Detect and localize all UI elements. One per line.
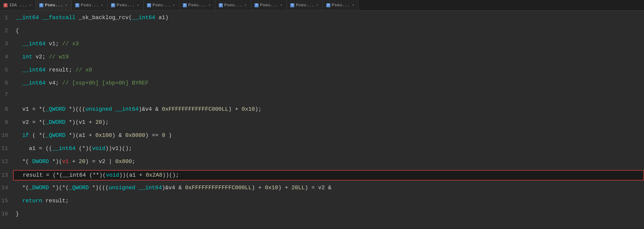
tab-label-9: Pseu... [332,3,350,8]
tab-icon-6: P [219,3,223,7]
line-content-14[interactable]: *(_DWORD *)(*(_QWORD *)(((unsigned __int… [13,183,644,193]
line-content-16[interactable]: } [13,209,644,219]
tab-1[interactable]: PPseu...× [36,0,71,10]
tab-label-0: IDA ... [9,3,27,8]
line-number-9: 9 [0,119,13,126]
tab-close-6[interactable]: × [244,4,247,7]
line-content-11[interactable]: a1 = ((__int64 (*)(void))v1)(); [13,144,644,153]
tab-7[interactable]: PPseu...× [251,0,287,10]
line-content-8[interactable]: v1 = *(_QWORD *)(((unsigned __int64)&v4 … [13,105,644,114]
code-line-8: 8 v1 = *(_QWORD *)(((unsigned __int64)&v… [0,105,644,118]
line-number-16: 16 [0,211,13,217]
line-content-13[interactable]: result = (*(__int64 (**)(void))(a1 + 0x2… [13,170,644,180]
line-number-5: 5 [0,67,13,73]
tab-label-7: Pseu... [260,3,278,8]
line-number-6: 6 [0,80,13,86]
code-line-6: 6 __int64 v4; // [xsp+0h] [xbp+0h] BYREF [0,79,644,92]
code-line-11: 11 a1 = ((__int64 (*)(void))v1)(); [0,144,644,157]
tab-close-8[interactable]: × [315,4,319,7]
code-line-7: 7 [0,92,644,105]
tab-6[interactable]: PPseu...× [215,0,251,10]
line-content-9[interactable]: v2 = *(_DWORD *)(v1 + 20); [13,118,644,127]
tab-icon-2: P [75,3,79,7]
tab-close-9[interactable]: × [351,4,355,7]
code-line-5: 5 __int64 result; // x0 [0,65,644,79]
tab-icon-5: P [183,3,187,7]
tab-icon-4: P [147,3,151,7]
tab-label-4: Pseu... [153,3,170,8]
line-content-1[interactable]: __int64 __fastcall _sk_backlog_rcv(__int… [13,13,644,22]
code-line-1: 1__int64 __fastcall _sk_backlog_rcv(__in… [0,13,644,26]
line-content-7[interactable] [13,95,644,96]
code-line-12: 12 *( DWORD *)(v1 + 20) = v2 | 0x800; [0,157,644,170]
tab-icon-9: P [326,3,330,7]
line-content-15[interactable]: return result; [13,196,644,206]
tab-icon-8: P [290,3,294,7]
line-number-4: 4 [0,54,13,60]
line-number-1: 1 [0,15,13,21]
tab-label-5: Pseu... [188,3,206,8]
line-content-4[interactable]: int v2; // w19 [13,52,644,62]
tab-3[interactable]: PPseu...× [108,0,143,10]
tab-icon-3: P [111,3,115,7]
code-line-2: 2{ [0,26,644,39]
tab-label-8: Pseu... [296,3,314,8]
tab-close-0[interactable]: × [28,4,32,7]
code-line-15: 15 return result; [0,196,644,209]
tab-close-4[interactable]: × [172,4,175,7]
tab-label-6: Pseu... [224,3,242,8]
tab-close-3[interactable]: × [136,4,140,7]
line-number-10: 10 [0,132,13,139]
tab-2[interactable]: PPseu...× [72,0,108,10]
line-content-12[interactable]: *( DWORD *)(v1 + 20) = v2 | 0x800; [13,157,644,166]
tab-icon-0: I [4,3,8,7]
tab-close-7[interactable]: × [279,4,283,7]
line-number-14: 14 [0,185,13,191]
tab-icon-7: P [255,3,259,7]
tab-icon-1: P [39,3,43,7]
tab-label-3: Pseu... [117,3,134,8]
tab-label-2: Pseu... [81,3,99,8]
code-line-13: 13 result = (*(__int64 (**)(void))(a1 + … [0,170,644,183]
tab-8[interactable]: PPseu...× [287,0,323,10]
tab-bar: IIDA ...×PPseu...×PPseu...×PPseu...×PPse… [0,0,644,11]
code-line-4: 4 int v2; // w19 [0,52,644,65]
line-content-10[interactable]: if ( *(_QWORD *)(a1 + 0x100) & 0x8000) =… [13,131,644,140]
tab-5[interactable]: PPseu...× [179,0,215,10]
line-number-2: 2 [0,28,13,34]
line-content-5[interactable]: __int64 result; // x0 [13,65,644,75]
tab-close-1[interactable]: × [64,4,68,7]
code-line-9: 9 v2 = *(_DWORD *)(v1 + 20); [0,118,644,131]
code-line-10: 10 if ( *(_QWORD *)(a1 + 0x100) & 0x8000… [0,131,644,144]
tab-close-2[interactable]: × [100,4,104,7]
code-line-14: 14 *(_DWORD *)(*(_QWORD *)(((unsigned __… [0,183,644,196]
line-number-8: 8 [0,106,13,112]
tab-close-5[interactable]: × [208,4,211,7]
tab-4[interactable]: PPseu...× [144,0,179,10]
line-number-7: 7 [0,92,13,98]
line-content-3[interactable]: __int64 v1; // x3 [13,39,644,49]
tab-label-1: Pseu... [45,3,63,8]
code-line-16: 16} [0,209,644,222]
line-number-11: 11 [0,145,13,152]
line-number-15: 15 [0,198,13,204]
tab-0[interactable]: IIDA ...× [0,0,36,10]
line-number-12: 12 [0,159,13,165]
tab-9[interactable]: PPseu...× [323,0,359,10]
line-number-3: 3 [0,41,13,47]
code-area: 1__int64 __fastcall _sk_backlog_rcv(__in… [0,11,644,229]
line-content-6[interactable]: __int64 v4; // [xsp+0h] [xbp+0h] BYREF [13,79,644,88]
line-content-2[interactable]: { [13,26,644,35]
code-line-3: 3 __int64 v1; // x3 [0,39,644,52]
line-number-13: 13 [0,172,13,178]
